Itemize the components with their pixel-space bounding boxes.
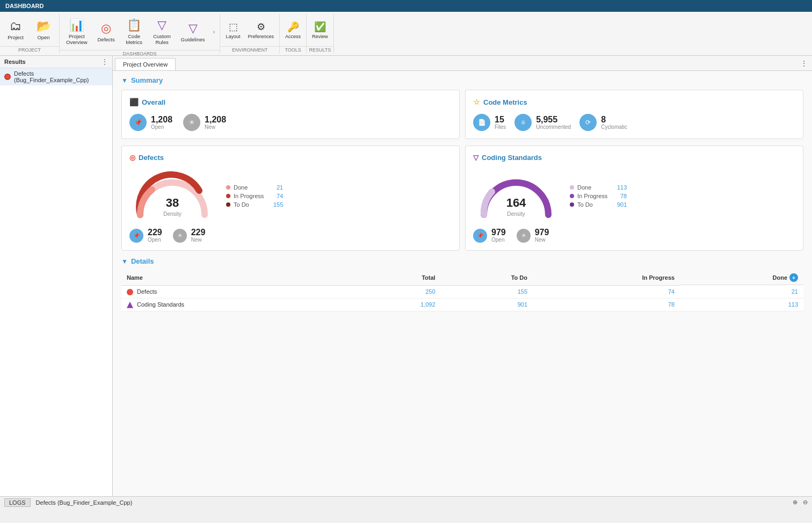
coding-standards-gauge-icon: ▽ bbox=[473, 154, 479, 162]
overall-title-text: Overall bbox=[142, 98, 165, 106]
inprogress-label: In Progress bbox=[234, 193, 264, 199]
project-button[interactable]: 🗂 Project bbox=[2, 17, 29, 42]
defects-open-info: 229 Open bbox=[148, 228, 162, 243]
defects-new-label: New bbox=[191, 237, 206, 243]
defects-label: Defects bbox=[97, 37, 114, 42]
title-text: DASHBOARD bbox=[5, 3, 44, 9]
cs-row-total: 1,092 bbox=[354, 298, 441, 311]
cs-done-dot bbox=[570, 185, 574, 190]
sidebar-menu-icon[interactable]: ⋮ bbox=[102, 58, 108, 66]
toolbar-group-dashboards: 📊 ProjectOverview ◎ Defects 📋 CodeMetric… bbox=[60, 14, 220, 53]
review-button[interactable]: ✅ Review bbox=[309, 19, 331, 41]
layout-button[interactable]: ⬚ Layout bbox=[222, 19, 243, 41]
tab-label: Project Overview bbox=[123, 61, 168, 68]
layout-icon: ⬚ bbox=[229, 21, 238, 33]
uncommented-value: 5,955 bbox=[536, 115, 571, 124]
defects-row-inprogress: 74 bbox=[533, 285, 680, 298]
details-section: ▼ Details Name Total To Do In Progress D… bbox=[121, 257, 803, 311]
uncommented-stat: ≡ 5,955 Uncommented bbox=[514, 114, 571, 131]
add-column-icon[interactable]: + bbox=[789, 273, 798, 282]
open-icon-symbol: 📌 bbox=[134, 119, 142, 126]
defects-gauge-wrapper: 38 Density bbox=[129, 169, 215, 223]
defects-new-stat: ✳ 229 New bbox=[173, 228, 206, 243]
custom-rules-button[interactable]: ▽ CustomRules bbox=[149, 16, 176, 48]
coding-standards-gauge-wrapper: 164 Density bbox=[473, 169, 559, 223]
code-metrics-button[interactable]: 📋 CodeMetrics bbox=[121, 16, 148, 48]
cs-done-value: 113 bbox=[611, 184, 627, 191]
coding-standards-gauge-value: 164 Density bbox=[506, 196, 526, 217]
tab-bar-menu-icon[interactable]: ⋮ bbox=[798, 57, 810, 70]
files-stat: 📄 15 Files bbox=[473, 114, 506, 131]
tools-section-label: TOOLS bbox=[280, 46, 306, 53]
new-icon-symbol: ✳ bbox=[189, 119, 194, 126]
coding-standards-gauge-container: 164 Density Done 113 bbox=[473, 169, 795, 223]
details-table: Name Total To Do In Progress Done + bbox=[121, 271, 803, 311]
defects-gauge-title: ◎ Defects bbox=[129, 154, 452, 162]
results-section-label: RESULTS bbox=[307, 46, 334, 53]
cyclomatic-label: Cyclomatic bbox=[601, 124, 627, 130]
tab-bar: Project Overview ⋮ bbox=[113, 56, 812, 71]
overall-open-stat: 📌 1,208 Open bbox=[129, 114, 172, 131]
content-area: ▼ Summary ⬛ Overall 📌 bbox=[113, 71, 812, 496]
overall-stats: 📌 1,208 Open ✳ 1,20 bbox=[129, 114, 452, 131]
sidebar-item-label: Defects (Bug_Finder_Example_Cpp) bbox=[14, 70, 108, 83]
dashboards-expand-button[interactable]: › bbox=[210, 29, 218, 35]
zoom-in-icon[interactable]: ⊕ bbox=[793, 499, 798, 506]
todo-value: 155 bbox=[267, 201, 283, 208]
summary-section-header[interactable]: ▼ Summary bbox=[121, 76, 803, 84]
logs-tab[interactable]: LOGS bbox=[4, 498, 31, 507]
defects-row-total: 250 bbox=[354, 285, 441, 298]
cyclomatic-value: 8 bbox=[601, 115, 627, 124]
preferences-icon: ⚙ bbox=[257, 21, 265, 33]
overall-new-info: 1,208 New bbox=[205, 115, 226, 130]
open-button[interactable]: 📂 Open bbox=[30, 17, 57, 42]
custom-rules-icon: ▽ bbox=[157, 18, 166, 32]
files-label: Files bbox=[495, 124, 506, 130]
col-todo-header: To Do bbox=[441, 271, 533, 285]
table-row: Defects 250 155 74 21 bbox=[121, 285, 803, 298]
bottom-status-text: Defects (Bug_Finder_Example_Cpp) bbox=[36, 499, 133, 506]
toolbar-project-btns: 🗂 Project 📂 Open bbox=[0, 14, 59, 46]
code-metrics-card-icon: ☆ bbox=[473, 98, 480, 106]
cs-row-done: 113 bbox=[680, 298, 803, 311]
preferences-button[interactable]: ⚙ Preferences bbox=[245, 19, 278, 41]
project-overview-button[interactable]: 📊 ProjectOverview bbox=[62, 16, 92, 48]
overall-open-icon: 📌 bbox=[129, 114, 147, 131]
cs-row-todo: 901 bbox=[441, 298, 533, 311]
col-total-header: Total bbox=[354, 271, 441, 285]
overall-icon: ⬛ bbox=[129, 98, 139, 106]
toolbar-environment-btns: ⬚ Layout ⚙ Preferences bbox=[220, 14, 279, 46]
cyclomatic-icon: ⟳ bbox=[579, 114, 597, 131]
cs-legend-todo: To Do 901 bbox=[570, 201, 627, 208]
guidelines-button[interactable]: ▽ Guidelines bbox=[177, 19, 209, 45]
defects-open-label: Open bbox=[148, 237, 162, 243]
coding-standards-density-label: Density bbox=[507, 211, 525, 217]
review-label: Review bbox=[312, 34, 328, 39]
details-section-header[interactable]: ▼ Details bbox=[121, 257, 803, 265]
defects-open-stat: 📌 229 Open bbox=[129, 228, 162, 243]
defects-button[interactable]: ◎ Defects bbox=[93, 19, 120, 45]
zoom-out-icon[interactable]: ⊖ bbox=[803, 499, 808, 506]
guidelines-icon: ▽ bbox=[189, 21, 198, 35]
open-label: Open bbox=[37, 34, 49, 40]
open-icon: 📂 bbox=[37, 19, 51, 33]
code-metrics-label: CodeMetrics bbox=[126, 33, 142, 46]
todo-label: To Do bbox=[234, 201, 264, 208]
cyclomatic-info: 8 Cyclomatic bbox=[601, 115, 627, 130]
coding-standards-title-text: Coding Standards bbox=[482, 154, 542, 162]
review-icon: ✅ bbox=[314, 21, 326, 33]
toolbar-group-project: 🗂 Project 📂 Open PROJECT bbox=[0, 14, 60, 53]
defects-legend-todo: To Do 155 bbox=[226, 201, 283, 208]
cs-open-info: 979 Open bbox=[491, 228, 506, 243]
table-row: Coding Standards 1,092 901 78 113 bbox=[121, 298, 803, 311]
tab-project-overview[interactable]: Project Overview bbox=[115, 58, 176, 70]
cs-inprogress-label: In Progress bbox=[577, 193, 607, 199]
access-icon: 🔑 bbox=[287, 21, 299, 33]
access-button[interactable]: 🔑 Access bbox=[282, 19, 304, 41]
uncommented-label: Uncommented bbox=[536, 124, 571, 130]
sidebar-item-defects[interactable]: Defects (Bug_Finder_Example_Cpp) bbox=[0, 68, 112, 85]
overall-open-value: 1,208 bbox=[151, 115, 172, 124]
defects-gauge-container: 38 Density Done 21 bbox=[129, 169, 452, 223]
cs-open-value: 979 bbox=[491, 228, 506, 237]
summary-cards-row: ⬛ Overall 📌 1,208 Open bbox=[121, 90, 803, 139]
